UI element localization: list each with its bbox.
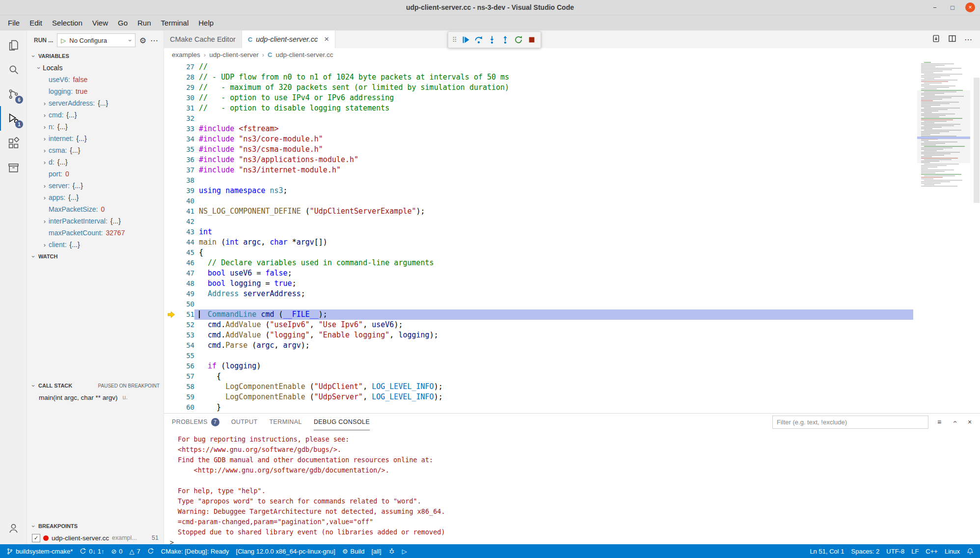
- code-line[interactable]: 33#include <fstream>: [164, 124, 913, 134]
- more-actions-icon[interactable]: ⋯: [150, 36, 159, 45]
- code-line[interactable]: 52 cmd.AddValue ("useIpv6", "Use Ipv6", …: [164, 320, 913, 330]
- console-filter-input[interactable]: [772, 416, 928, 429]
- code-line[interactable]: 53 cmd.AddValue ("logging", "Enable logg…: [164, 330, 913, 340]
- indentation-status[interactable]: Spaces: 2: [848, 544, 883, 558]
- breadcrumb-item[interactable]: udp-client-server: [209, 51, 259, 58]
- explorer-icon[interactable]: [0, 32, 27, 57]
- breadcrumb-item[interactable]: udp-client-server.cc: [275, 51, 333, 58]
- code-line[interactable]: 31// - option to disable logging stateme…: [164, 103, 913, 113]
- code-line[interactable]: 34#include "ns3/core-module.h": [164, 134, 913, 144]
- code-line[interactable]: 58 LogComponentEnable ("UdpClient", LOG_…: [164, 382, 913, 392]
- panel-tab-terminal[interactable]: TERMINAL: [269, 414, 301, 430]
- menu-item-view[interactable]: View: [87, 17, 113, 29]
- maximize-icon[interactable]: □: [948, 2, 957, 12]
- scrollbar-thumb[interactable]: [974, 78, 980, 203]
- chevron-right-icon[interactable]: ›: [41, 218, 49, 225]
- code-line[interactable]: 41NS_LOG_COMPONENT_DEFINE ("UdpClientSer…: [164, 206, 913, 217]
- watch-section-header[interactable]: › WATCH: [27, 251, 163, 262]
- variable-row[interactable]: ›maxPacketCount:32767: [27, 227, 163, 239]
- call-stack-frame[interactable]: main(int argc, char ** argv) u.: [27, 391, 163, 403]
- variable-row[interactable]: ›useV6:false: [27, 74, 163, 85]
- run-and-debug-icon[interactable]: 1: [0, 106, 27, 131]
- code-line[interactable]: 51 CommandLine cmd (__FILE__);: [164, 309, 913, 320]
- maximize-panel-icon[interactable]: ›: [951, 418, 958, 426]
- variable-row[interactable]: ›MaxPacketSize:0: [27, 203, 163, 215]
- git-branch-status[interactable]: buildsystem-cmake*: [3, 544, 76, 558]
- chevron-right-icon[interactable]: ›: [41, 100, 49, 107]
- close-icon[interactable]: ×: [324, 34, 329, 44]
- extensions-icon[interactable]: [0, 131, 27, 155]
- variable-row[interactable]: ›cmd:{...}: [27, 109, 163, 121]
- code-line[interactable]: 40: [164, 196, 913, 206]
- code-line[interactable]: 28// - UDP flow from n0 to n1 of 1024 by…: [164, 72, 913, 83]
- code-line[interactable]: 30// - option to use IPv4 or IPv6 addres…: [164, 93, 913, 103]
- chevron-right-icon[interactable]: ›: [41, 241, 49, 249]
- chevron-right-icon[interactable]: ›: [41, 194, 49, 201]
- code-editor[interactable]: 27//28// - UDP flow from n0 to n1 of 102…: [164, 61, 980, 413]
- code-line[interactable]: 29// - maximum of 320 packets sent (or l…: [164, 83, 913, 93]
- breakpoints-section-header[interactable]: › BREAKPOINTS: [27, 521, 163, 531]
- menu-item-selection[interactable]: Selection: [47, 17, 87, 29]
- variable-row[interactable]: ›d:{...}: [27, 156, 163, 168]
- code-line[interactable]: 39using namespace ns3;: [164, 186, 913, 196]
- cmake-kit-status[interactable]: [Clang 12.0.0 x86_64-pc-linux-gnu]: [233, 544, 339, 558]
- step-over-icon[interactable]: [472, 33, 485, 47]
- account-icon[interactable]: [0, 516, 27, 540]
- code-line[interactable]: 55: [164, 351, 913, 361]
- code-line[interactable]: 54 cmd.Parse (argc, argv);: [164, 340, 913, 351]
- variable-row[interactable]: ›port:0: [27, 168, 163, 180]
- git-sync-status[interactable]: 0↓ 1↑: [76, 544, 108, 558]
- start-debug-icon[interactable]: ▷: [61, 37, 66, 44]
- split-editor-icon[interactable]: [948, 34, 956, 45]
- call-stack-section-header[interactable]: › CALL STACK PAUSED ON BREAKPOINT: [27, 380, 163, 391]
- panel-tab-debug-console[interactable]: DEBUG CONSOLE: [314, 414, 370, 430]
- menu-item-go[interactable]: Go: [113, 17, 133, 29]
- panel-tab-problems[interactable]: PROBLEMS7: [172, 414, 219, 430]
- chevron-right-icon[interactable]: ›: [41, 147, 49, 154]
- restart-icon[interactable]: [512, 33, 525, 47]
- code-line[interactable]: 48 bool logging = true;: [164, 279, 913, 289]
- code-line[interactable]: 27//: [164, 62, 913, 72]
- code-line[interactable]: 36#include "ns3/applications-module.h": [164, 155, 913, 165]
- cursor-position-status[interactable]: Ln 51, Col 1: [806, 544, 847, 558]
- variable-row[interactable]: ›interPacketInterval:{...}: [27, 215, 163, 227]
- close-icon[interactable]: ×: [965, 2, 975, 12]
- cmake-launch-status[interactable]: ▷: [399, 544, 410, 558]
- code-line[interactable]: 45{: [164, 248, 913, 258]
- notifications-status[interactable]: [963, 544, 977, 558]
- cmake-refresh-status[interactable]: [144, 544, 158, 558]
- variable-row[interactable]: ›client:{...}: [27, 239, 163, 251]
- source-control-icon[interactable]: 6: [0, 82, 27, 106]
- variables-section-header[interactable]: › VARIABLES: [27, 50, 163, 62]
- breadcrumb-item[interactable]: examples: [172, 51, 200, 58]
- code-line[interactable]: 59 LogComponentEnable ("UdpServer", LOG_…: [164, 392, 913, 402]
- variable-row[interactable]: ›server:{...}: [27, 180, 163, 192]
- menu-item-edit[interactable]: Edit: [25, 17, 47, 29]
- code-line[interactable]: 42: [164, 217, 913, 227]
- code-line[interactable]: 60 }: [164, 402, 913, 413]
- code-line[interactable]: 49 Address serverAddress;: [164, 289, 913, 299]
- debug-continue-icon[interactable]: [459, 33, 472, 47]
- menu-item-help[interactable]: Help: [193, 17, 218, 29]
- drag-handle-icon[interactable]: ⠿: [451, 36, 459, 44]
- code-line[interactable]: 35#include "ns3/csma-module.h": [164, 144, 913, 155]
- variable-row[interactable]: ›n:{...}: [27, 121, 163, 133]
- stop-icon[interactable]: [525, 33, 538, 47]
- code-line[interactable]: 32: [164, 113, 913, 124]
- debug-config-dropdown[interactable]: ▷ No Configura ›: [57, 33, 135, 47]
- minimap-viewport[interactable]: [917, 90, 970, 163]
- editor-tab[interactable]: Cudp-client-server.cc×: [242, 30, 335, 48]
- panel-tab-output[interactable]: OUTPUT: [231, 414, 258, 430]
- menu-item-run[interactable]: Run: [133, 17, 156, 29]
- minimize-icon[interactable]: −: [930, 2, 940, 12]
- close-panel-icon[interactable]: ×: [965, 418, 974, 426]
- eol-status[interactable]: LF: [908, 544, 922, 558]
- step-into-icon[interactable]: [485, 33, 498, 47]
- code-line[interactable]: 57 {: [164, 371, 913, 382]
- chevron-right-icon[interactable]: ›: [41, 182, 49, 190]
- code-line[interactable]: 43int: [164, 227, 913, 237]
- language-status[interactable]: C++: [922, 544, 941, 558]
- errors-status[interactable]: ⊘0: [108, 544, 126, 558]
- menu-item-terminal[interactable]: Terminal: [156, 17, 194, 29]
- code-line[interactable]: 37#include "ns3/internet-module.h": [164, 165, 913, 175]
